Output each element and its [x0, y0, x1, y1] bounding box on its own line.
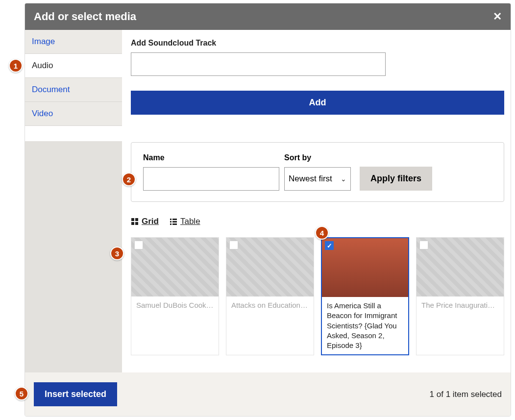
- apply-filters-button[interactable]: Apply filters: [360, 167, 432, 191]
- svg-rect-8: [170, 223, 172, 225]
- modal-footer: Insert selected 1 of 1 item selected: [25, 372, 511, 416]
- annotation-5: 5: [15, 387, 28, 400]
- sort-label: Sort by: [284, 153, 351, 162]
- select-checkbox[interactable]: ✓: [325, 241, 334, 250]
- name-filter-label: Name: [143, 153, 279, 162]
- tab-video[interactable]: Video: [25, 102, 122, 126]
- annotation-3: 3: [110, 247, 124, 260]
- tab-document[interactable]: Document: [25, 78, 122, 102]
- media-thumbnail: [131, 238, 219, 296]
- modal-header: Add or select media ✕: [25, 3, 511, 30]
- media-select-modal: Add or select media ✕ Image Audio Docume…: [25, 3, 511, 417]
- soundcloud-input[interactable]: [131, 52, 386, 76]
- close-icon[interactable]: ✕: [493, 11, 502, 22]
- main-panel: Add Soundcloud Track Add Name Sort by Ne…: [122, 30, 511, 372]
- grid-icon: [131, 218, 139, 225]
- sidebar-gap: [25, 126, 122, 141]
- chevron-down-icon: ⌄: [341, 175, 346, 183]
- media-thumbnail: [417, 238, 504, 296]
- tab-audio[interactable]: Audio: [25, 54, 122, 78]
- svg-rect-3: [135, 222, 138, 225]
- filters-panel: Name Sort by Newest first ⌄ Apply filter…: [131, 142, 504, 202]
- view-grid[interactable]: Grid: [131, 217, 159, 226]
- media-thumbnail: [226, 238, 314, 296]
- annotation-2: 2: [122, 173, 136, 186]
- svg-rect-2: [131, 222, 134, 225]
- svg-rect-6: [170, 221, 172, 222]
- view-grid-label: Grid: [142, 217, 159, 226]
- annotation-4: 4: [315, 226, 329, 240]
- sidebar-fill: [25, 141, 122, 372]
- select-checkbox[interactable]: [229, 241, 238, 249]
- svg-rect-0: [131, 218, 134, 221]
- media-grid: Samuel DuBois Cook A… Attacks on Educati…: [131, 237, 504, 355]
- view-table-label: Table: [180, 217, 200, 226]
- sort-value: Newest first: [289, 174, 332, 184]
- media-card[interactable]: The Price Inauguration,…: [416, 237, 504, 355]
- modal-title: Add or select media: [34, 10, 136, 23]
- name-filter-input[interactable]: [143, 167, 279, 191]
- select-checkbox[interactable]: [419, 241, 428, 249]
- media-title: Samuel DuBois Cook A…: [131, 296, 219, 355]
- svg-rect-1: [135, 218, 138, 221]
- media-card[interactable]: ✓ Is America Still a Beacon for Immigran…: [321, 237, 409, 355]
- tab-image[interactable]: Image: [25, 30, 122, 54]
- modal-body: Image Audio Document Video Add Soundclou…: [25, 30, 511, 372]
- media-title: The Price Inauguration,…: [417, 296, 504, 355]
- view-switcher: Grid Table: [131, 217, 504, 226]
- soundcloud-label: Add Soundcloud Track: [131, 39, 504, 48]
- svg-rect-9: [172, 223, 177, 225]
- view-table[interactable]: Table: [170, 217, 200, 226]
- add-button[interactable]: Add: [131, 91, 504, 115]
- media-title: Attacks on Education H…: [226, 296, 314, 355]
- annotation-1: 1: [9, 59, 23, 73]
- svg-rect-7: [172, 221, 177, 222]
- select-checkbox[interactable]: [134, 241, 143, 249]
- media-type-sidebar: Image Audio Document Video: [25, 30, 122, 372]
- media-card[interactable]: Attacks on Education H…: [226, 237, 314, 355]
- list-icon: [170, 218, 177, 225]
- svg-rect-4: [170, 219, 172, 220]
- insert-selected-button[interactable]: Insert selected: [34, 382, 117, 406]
- media-card[interactable]: Samuel DuBois Cook A…: [131, 237, 219, 355]
- media-title: Is America Still a Beacon for Immigrant …: [322, 297, 408, 354]
- selection-status: 1 of 1 item selected: [430, 390, 502, 399]
- svg-rect-5: [172, 219, 177, 220]
- sort-select[interactable]: Newest first ⌄: [284, 167, 351, 191]
- media-thumbnail: ✓: [322, 238, 408, 297]
